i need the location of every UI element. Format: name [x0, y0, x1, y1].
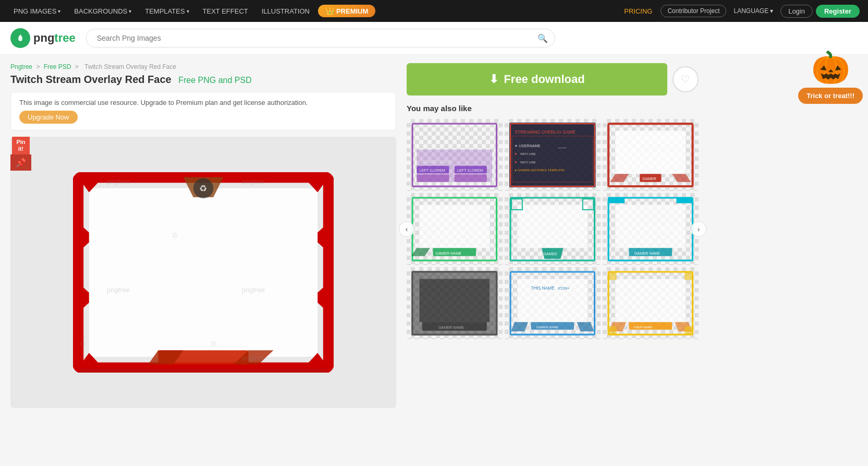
favorite-button[interactable]: ♡: [673, 66, 699, 92]
breadcrumb: Pngtree > Free PSD > Twitch Stream Overl…: [10, 63, 396, 70]
heart-icon: ♡: [681, 73, 690, 86]
thumbnail-6[interactable]: GAMER NAME: [603, 193, 699, 265]
thumbnail-grid: ‹ GAMER NAME LEFT 1LOREM LEFT 1LOREM: [407, 119, 699, 339]
svg-rect-80: [608, 272, 617, 280]
search-bar-row: pngtree 🔍: [0, 22, 868, 55]
svg-text:GAMER NAME: GAMER NAME: [422, 160, 452, 164]
svg-text:USER NAME: USER NAME: [633, 325, 653, 329]
svg-text:GAMER NAME: GAMER NAME: [634, 251, 661, 256]
chevron-icon: ▾: [129, 8, 131, 14]
language-button[interactable]: LANGUAGE ▾: [729, 7, 777, 15]
svg-text:LEFT 1LOREM: LEFT 1LOREM: [420, 168, 445, 173]
logo-tree: tree: [54, 31, 75, 44]
svg-marker-11: [317, 222, 328, 253]
pin-panel: Pinit! 📌: [10, 137, 31, 171]
logo-icon: [10, 28, 30, 48]
thumbnail-4[interactable]: GAMER NAME: [407, 193, 503, 265]
breadcrumb-pngtree[interactable]: Pngtree: [10, 63, 32, 70]
pin-label: Pinit!: [12, 137, 29, 154]
thumbnail-3[interactable]: GAMER: [603, 119, 699, 191]
breadcrumb-current: Twitch Stream Overlay Red Face: [84, 63, 176, 70]
chevron-icon: ▾: [58, 8, 60, 14]
svg-text:✦ USERNAME: ✦ USERNAME: [515, 143, 541, 148]
svg-rect-17: [79, 369, 328, 373]
svg-rect-26: [455, 174, 487, 182]
svg-text:♻: ♻: [199, 183, 207, 194]
logo[interactable]: pngtree: [10, 28, 76, 48]
svg-text:●: ●: [515, 151, 517, 156]
svg-text:LEFT 1LOREM: LEFT 1LOREM: [457, 168, 483, 173]
download-icon: ⬇: [489, 73, 498, 86]
search-input[interactable]: [86, 29, 555, 47]
svg-text:INFO LINE: INFO LINE: [520, 160, 536, 164]
carousel-next-button[interactable]: ›: [691, 221, 706, 237]
trick-or-treat-button[interactable]: Trick or treat!!!: [798, 88, 863, 104]
thumbnail-5[interactable]: GAMED: [505, 193, 601, 265]
nav-png-images[interactable]: PNG IMAGES ▾: [8, 0, 66, 22]
svg-marker-73: [577, 322, 594, 331]
login-button[interactable]: Login: [780, 5, 813, 18]
chevron-icon: ▾: [187, 8, 189, 14]
carousel-prev-button[interactable]: ‹: [399, 221, 414, 237]
free-download-button[interactable]: ⬇ Free download: [407, 63, 667, 95]
thumbnail-7[interactable]: GAMER NAME: [407, 267, 503, 339]
svg-rect-50: [518, 205, 588, 248]
svg-text:GAMER: GAMER: [642, 176, 656, 181]
right-panel: ⬇ Free download ♡ You may also like ‹: [407, 63, 699, 408]
svg-marker-12: [317, 282, 328, 313]
svg-rect-56: [616, 205, 686, 248]
svg-rect-81: [684, 272, 693, 280]
premium-button[interactable]: 👑 PREMIUM: [318, 5, 375, 17]
svg-text:GAMED: GAMED: [543, 252, 557, 256]
search-box: 🔍: [86, 29, 555, 47]
svg-rect-82: [608, 327, 617, 335]
image-container: Pinit! 📌 pngtree pngtree pngtree pngtree…: [10, 137, 396, 408]
free-badge: Free PNG and PSD: [178, 76, 252, 85]
breadcrumb-free-psd[interactable]: Free PSD: [44, 63, 71, 70]
svg-rect-67: [518, 279, 588, 322]
thumbnail-1[interactable]: GAMER NAME LEFT 1LOREM LEFT 1LOREM: [407, 119, 503, 191]
nav-templates[interactable]: TEMPLATES ▾: [140, 0, 194, 22]
twitch-frame-image: ♻: [73, 172, 334, 373]
upgrade-button[interactable]: Upgrade Now: [19, 111, 78, 124]
svg-rect-63: [420, 279, 490, 322]
section-title: You may also like: [407, 104, 699, 113]
svg-marker-42: [610, 174, 629, 182]
svg-text:INFO LINE: INFO LINE: [520, 152, 536, 156]
chevron-down-icon: ▾: [770, 7, 773, 15]
svg-rect-45: [420, 205, 490, 248]
svg-marker-72: [511, 322, 528, 331]
halloween-promo: 🎃 Trick or treat!!!: [798, 52, 863, 104]
register-button[interactable]: Register: [816, 5, 860, 18]
logo-png: png: [33, 31, 54, 44]
svg-rect-75: [616, 279, 686, 322]
nav-backgrounds[interactable]: BACKGROUNDS ▾: [69, 0, 137, 22]
svg-rect-25: [417, 174, 449, 182]
you-may-also-like: You may also like ‹ GAMER NAME LEFT 1LOR…: [407, 104, 699, 339]
svg-marker-43: [672, 174, 691, 182]
svg-marker-47: [411, 248, 430, 256]
svg-rect-83: [684, 327, 693, 335]
svg-rect-2: [89, 188, 317, 356]
pin-button[interactable]: 📌: [10, 154, 31, 171]
svg-rect-39: [616, 130, 686, 174]
page-title: Twitch Stream Overlay Red Face Free PNG …: [10, 74, 396, 86]
svg-rect-60: [677, 198, 693, 203]
halloween-decoration: 🎃: [811, 52, 850, 83]
pricing-link[interactable]: PRICING: [619, 7, 657, 15]
svg-text:THIS NAME: THIS NAME: [531, 286, 555, 291]
nav-illustration[interactable]: ILLUSTRATION: [256, 0, 315, 22]
search-icon[interactable]: 🔍: [537, 33, 548, 43]
content-area: Pngtree > Free PSD > Twitch Stream Overl…: [0, 55, 868, 416]
crown-icon: 👑: [325, 7, 334, 15]
thumbnail-9[interactable]: USER NAME: [603, 267, 699, 339]
thumbnail-2[interactable]: STREAMING OVERLAY GAME ✦ USERNAME ____ ●…: [505, 119, 601, 191]
contributor-button[interactable]: Contributor Project: [661, 5, 726, 17]
nav-text-effect[interactable]: TEXT EFFECT: [198, 0, 253, 22]
info-box: This image is commercial use resource. U…: [10, 92, 396, 130]
left-panel: Pngtree > Free PSD > Twitch Stream Overl…: [10, 63, 396, 408]
thumbnail-8[interactable]: THIS NAME ICON+ GAMER NAME: [505, 267, 601, 339]
svg-text:● GAMING EDITABLE TEMPLATE: ● GAMING EDITABLE TEMPLATE: [515, 168, 565, 172]
navbar: PNG IMAGES ▾ BACKGROUNDS ▾ TEMPLATES ▾ T…: [0, 0, 868, 22]
svg-text:●: ●: [515, 160, 517, 164]
